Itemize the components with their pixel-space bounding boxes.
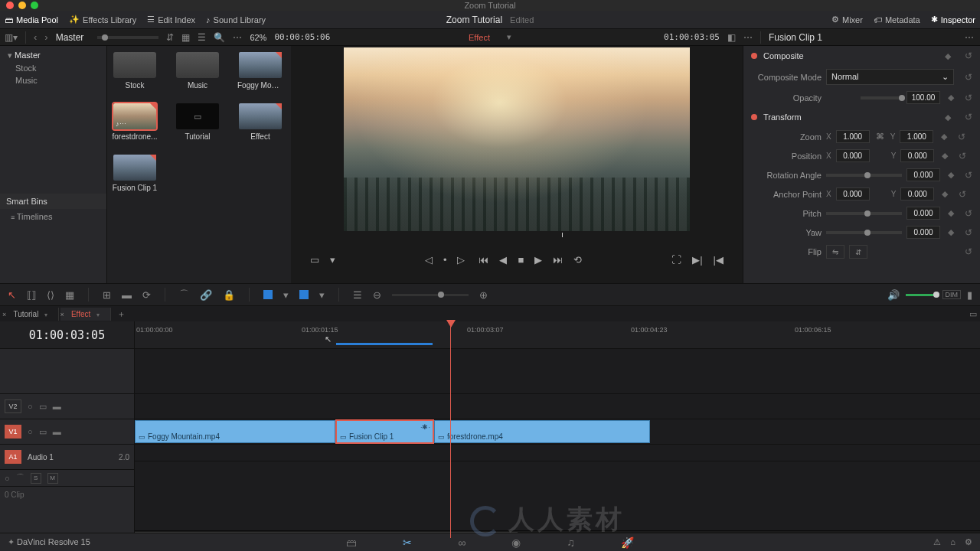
- selection-tool-icon[interactable]: ↖: [8, 289, 16, 301]
- lock-icon[interactable]: ○: [28, 402, 33, 411]
- keyframe-icon[interactable]: ◆: [942, 189, 948, 199]
- inspector-toggle[interactable]: ✱Inspector: [931, 15, 975, 24]
- track-view-icon[interactable]: ▬: [53, 427, 61, 436]
- keyframe-icon[interactable]: ◆: [948, 93, 954, 103]
- lock-icon[interactable]: 🔒: [223, 289, 235, 301]
- bin-music[interactable]: Music: [0, 74, 106, 86]
- viewer-canvas[interactable]: [344, 47, 690, 231]
- grid-view-icon[interactable]: ▦: [181, 32, 190, 43]
- insert-icon[interactable]: ⊞: [103, 289, 111, 301]
- metadata-toggle[interactable]: 🏷Metadata: [874, 15, 920, 24]
- timeline-body[interactable]: 01:00:00:00 01:00:01:15 01:00:03:07 01:0…: [135, 321, 980, 538]
- in-out-icon[interactable]: •: [443, 254, 447, 266]
- track-header-a1[interactable]: A1 Audio 1 2.0: [0, 444, 134, 469]
- keyframe-icon[interactable]: ◆: [945, 112, 951, 122]
- opacity-slider[interactable]: [861, 96, 902, 99]
- keyframe-icon[interactable]: ◆: [948, 170, 954, 180]
- fullscreen-icon[interactable]: ⛶: [671, 254, 681, 266]
- flip-h-button[interactable]: ⇋: [826, 245, 844, 259]
- pitch-input[interactable]: 0.000: [906, 207, 940, 220]
- track-header-v1[interactable]: V1 ○ ▭ ▬: [0, 419, 134, 444]
- lock-icon[interactable]: ○: [28, 427, 33, 436]
- chevron-down-icon[interactable]: ▾: [44, 311, 47, 318]
- app-name[interactable]: DaVinci Resolve 15: [8, 537, 90, 547]
- playhead[interactable]: [450, 321, 451, 538]
- dim-button[interactable]: DIM: [942, 290, 962, 299]
- track-header-v2[interactable]: V2 ○ ▭ ▬: [0, 393, 134, 419]
- mixer-toggle[interactable]: ⚙Mixer: [831, 15, 863, 24]
- volume-icon[interactable]: 🔊: [887, 289, 900, 301]
- auto-select-icon[interactable]: ▭: [39, 427, 47, 437]
- smart-bin-timelines[interactable]: Timelines: [0, 209, 106, 224]
- gear-icon[interactable]: ⚙: [965, 537, 972, 547]
- bin-master[interactable]: Master: [0, 49, 106, 62]
- dynamic-trim-icon[interactable]: ⟨⟩: [47, 289, 54, 301]
- track-row-a1b[interactable]: [135, 461, 980, 478]
- zoom-y-input[interactable]: 1.000: [900, 130, 933, 143]
- marker-color-button[interactable]: [299, 290, 309, 299]
- more-icon-2[interactable]: ⋯: [743, 32, 753, 43]
- reset-icon[interactable]: ↺: [959, 189, 966, 200]
- bin-view-icon[interactable]: ▥▾: [5, 32, 18, 43]
- opacity-input[interactable]: 100.00: [906, 91, 940, 104]
- nav-fwd-icon[interactable]: ›: [44, 31, 47, 43]
- inspector-more-icon[interactable]: ⋯: [965, 32, 974, 43]
- clip-item-foggy[interactable]: Foggy Mount...: [239, 52, 282, 90]
- lock-icon[interactable]: ○: [5, 474, 10, 483]
- keyframe-icon[interactable]: ◆: [945, 51, 951, 61]
- clip-item-forestdrone[interactable]: ♪⋯forestdrone...: [113, 103, 156, 141]
- track-row-v2[interactable]: [135, 393, 980, 419]
- edit-index-toggle[interactable]: ☰Edit Index: [147, 15, 195, 24]
- sort-icon[interactable]: ⇵: [166, 32, 174, 43]
- timeline-tab-effect[interactable]: × Effect▾: [60, 308, 111, 321]
- chevron-down-icon[interactable]: ▾: [283, 289, 289, 301]
- timeline-options-icon[interactable]: ▭: [969, 309, 977, 319]
- curve-icon[interactable]: ⌒: [16, 472, 24, 484]
- list-view-icon[interactable]: ☰: [198, 32, 206, 43]
- fusion-page-icon[interactable]: ∞: [458, 536, 466, 549]
- next-frame-icon[interactable]: ⏭: [553, 254, 563, 266]
- viewer-zoom[interactable]: 62%: [250, 33, 266, 42]
- composite-mode-select[interactable]: Normal⌄: [826, 69, 954, 85]
- dropdown-icon[interactable]: ▾: [507, 32, 511, 42]
- track-button-a1[interactable]: A1: [5, 450, 21, 464]
- effects-library-toggle[interactable]: ✨Effects Library: [69, 15, 136, 24]
- search-icon[interactable]: 🔍: [214, 32, 225, 43]
- media-page-icon[interactable]: 🗃: [346, 536, 357, 549]
- timeline-ruler[interactable]: 01:00:00:00 01:00:01:15 01:00:03:07 01:0…: [135, 321, 980, 349]
- clip-item-music[interactable]: Music: [176, 52, 219, 90]
- next-clip-icon[interactable]: ▶|: [692, 254, 702, 266]
- overwrite-icon[interactable]: ▬: [122, 289, 132, 301]
- track-header-a1-controls[interactable]: ○ ⌒ S M: [0, 469, 134, 486]
- zoom-in-icon[interactable]: ⊕: [479, 289, 488, 301]
- chevron-down-icon[interactable]: ▾: [319, 289, 325, 301]
- close-icon[interactable]: ×: [2, 311, 6, 318]
- edit-page-icon[interactable]: ✂: [403, 536, 412, 549]
- timeline-timecode[interactable]: 01:00:03:05: [0, 321, 134, 349]
- smart-bins-header[interactable]: Smart Bins: [0, 194, 106, 209]
- pos-y-input[interactable]: 0.000: [900, 149, 934, 162]
- anchor-y-input[interactable]: 0.000: [900, 187, 934, 201]
- timeline-view-icon[interactable]: ☰: [353, 289, 362, 301]
- match-frame-out-icon[interactable]: ▷: [457, 254, 465, 266]
- yaw-slider[interactable]: [826, 231, 902, 234]
- chevron-down-icon[interactable]: ▾: [96, 311, 100, 318]
- reset-icon[interactable]: ↺: [965, 93, 972, 103]
- mute-button[interactable]: M: [47, 473, 58, 484]
- flip-v-button[interactable]: ⇵: [849, 245, 867, 259]
- reset-icon[interactable]: ↺: [965, 246, 972, 257]
- sound-library-toggle[interactable]: ♪Sound Library: [206, 15, 266, 24]
- color-page-icon[interactable]: ◉: [511, 536, 521, 549]
- clip-name-header[interactable]: Effect: [469, 33, 490, 42]
- viewer-mode-icon[interactable]: ▭: [310, 254, 319, 266]
- track-row-v1[interactable]: ▭Foggy Mountain.mp4 ▭Fusion Clip 1·✱· ▭f…: [135, 419, 980, 444]
- reset-icon[interactable]: ↺: [965, 170, 972, 181]
- reset-icon[interactable]: ↺: [965, 72, 972, 83]
- track-button-v2[interactable]: V2: [5, 399, 21, 413]
- timeline-clip-foggy[interactable]: ▭Foggy Mountain.mp4: [135, 420, 335, 443]
- volume-slider[interactable]: [906, 294, 936, 296]
- transform-section-header[interactable]: Transform ◆ ↺: [743, 107, 980, 127]
- timeline-clip-fusion[interactable]: ▭Fusion Clip 1·✱·: [336, 420, 433, 443]
- track-button-v1[interactable]: V1: [5, 425, 21, 439]
- timeline-clip-forestdrone[interactable]: ▭forestdrone.mp4: [434, 420, 650, 443]
